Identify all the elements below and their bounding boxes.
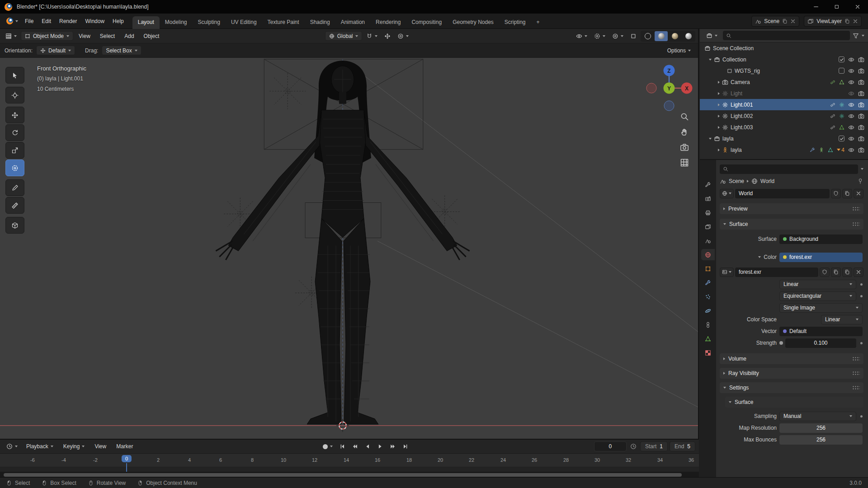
tab-rendering[interactable]: Rendering [370,16,406,29]
jump-to-end-button[interactable] [400,441,411,451]
playback-sync-icon[interactable] [630,443,637,450]
gizmo-neg-z[interactable] [664,101,674,111]
outliner-editor-type-button[interactable] [703,31,720,41]
disclosure-closed-icon[interactable] [718,149,720,151]
tool-add-cube[interactable] [5,217,24,234]
play-reverse-button[interactable] [362,441,373,451]
tab-texture-paint[interactable]: Texture Paint [262,16,305,29]
gizmo-neg-x[interactable] [646,83,656,93]
render-visibility-icon[interactable] [858,56,864,63]
filter-icon[interactable] [853,33,859,39]
strength-slider[interactable]: 0.100 [785,338,856,348]
tab-modeling[interactable]: Modeling [160,16,193,29]
orientation-setting-dropdown[interactable]: Default [36,46,75,55]
tab-sculpting[interactable]: Sculpting [193,16,226,29]
disclosure-open-icon[interactable] [709,138,712,140]
menu-marker[interactable]: Marker [112,441,137,452]
hide-eye-icon[interactable] [848,136,854,142]
tab-world[interactable] [701,249,715,260]
new-scene-icon[interactable] [782,19,788,24]
disclosure-closed-icon[interactable] [718,126,720,129]
snap-toggle-button[interactable] [363,31,380,41]
camera-view-icon[interactable] [680,143,689,152]
outliner-row-collection[interactable]: Collection [700,54,868,65]
map-resolution-field[interactable]: 256 [779,423,863,433]
add-workspace-button[interactable]: + [531,16,545,29]
new-image-button[interactable] [831,267,841,277]
vector-input-button[interactable]: Default [779,327,863,336]
render-visibility-icon[interactable] [858,147,864,153]
editor-type-button[interactable] [3,31,19,41]
options-dropdown[interactable]: Options [665,46,693,56]
tab-physics[interactable] [701,305,715,316]
exclude-checkbox[interactable] [839,68,844,74]
tool-annotate[interactable] [5,179,24,196]
xray-toggle-button[interactable] [627,31,639,41]
panel-surface[interactable]: Surface [720,219,863,230]
next-keyframe-button[interactable] [387,441,399,451]
tab-layout[interactable]: Layout [132,16,160,29]
tab-shading[interactable]: Shading [305,16,335,29]
outliner-row-light-001[interactable]: Light.001 [700,99,868,110]
tab-modifiers[interactable] [701,277,715,288]
scene-selector[interactable]: Scene [751,16,799,27]
disclosure-closed-icon[interactable] [718,92,720,95]
playhead[interactable]: 0 [122,455,132,462]
snap-target-button[interactable] [382,31,393,41]
fake-user-button[interactable] [820,267,830,277]
minimize-button[interactable] [806,0,826,14]
tab-particles[interactable] [701,291,715,302]
source-dropdown[interactable]: Single Image [779,303,863,313]
menu-object[interactable]: Object [140,31,164,42]
browse-world-button[interactable] [720,189,734,198]
render-visibility-icon[interactable] [858,113,864,119]
menu-help[interactable]: Help [108,16,128,27]
auto-keying-button[interactable] [320,441,335,451]
outliner-search-input[interactable] [723,31,850,40]
menu-select[interactable]: Select [96,31,119,42]
blender-menu-button[interactable] [4,16,21,26]
menu-keying[interactable]: Keying [59,441,89,452]
tab-render[interactable] [701,193,715,204]
world-name-field[interactable]: World [735,189,830,198]
render-visibility-icon[interactable] [858,124,864,131]
shading-material-button[interactable] [668,31,681,41]
menu-edit[interactable]: Edit [38,16,55,27]
render-visibility-icon[interactable] [858,136,864,142]
outliner-row-layla-object[interactable]: layla 4 [700,144,868,155]
outliner-row-light-002[interactable]: Light.002 [700,110,868,122]
projection-dropdown[interactable]: Equirectangular [779,291,856,301]
interpolation-dropdown[interactable]: Linear [779,280,856,289]
tab-scripting[interactable]: Scripting [499,16,531,29]
tab-object[interactable] [701,263,715,274]
render-visibility-icon[interactable] [858,90,864,97]
prev-keyframe-button[interactable] [349,441,361,451]
outliner-row-wgts-rig[interactable]: WGTS_rig [700,65,868,76]
hide-eye-icon[interactable] [848,124,854,131]
shading-solid-button[interactable] [655,31,668,41]
properties-search-input[interactable] [720,164,858,174]
tool-measure[interactable] [5,197,24,214]
tab-uv-editing[interactable]: UV Editing [226,16,262,29]
tab-compositing[interactable]: Compositing [406,16,447,29]
outliner-row-scene-collection[interactable]: Scene Collection [700,42,868,54]
visibility-dropdown[interactable] [573,31,590,41]
menu-add[interactable]: Add [120,31,138,42]
shading-rendered-button[interactable] [682,31,695,41]
maximize-button[interactable] [826,0,847,14]
timeline-ruler[interactable]: -6 -4 -2 0 2 4 6 8 10 12 14 16 18 20 22 … [0,454,699,467]
frame-start-field[interactable]: Start 1 [640,441,668,451]
toggle-grid-icon[interactable] [680,158,689,167]
hide-eye-icon[interactable] [848,79,854,85]
menu-playback[interactable]: Playback [22,441,57,452]
surface-shader-button[interactable]: Background [779,235,863,244]
animate-dot-icon[interactable] [860,342,863,344]
mode-dropdown[interactable]: Object Mode [21,31,73,41]
tool-rotate[interactable] [5,124,24,141]
gizmos-dropdown[interactable] [591,31,608,41]
tool-scale[interactable] [5,142,24,159]
frame-end-field[interactable]: End 5 [670,441,695,451]
tool-transform[interactable] [5,160,24,176]
tab-scene[interactable] [701,235,715,246]
hide-eye-icon[interactable] [848,113,854,119]
